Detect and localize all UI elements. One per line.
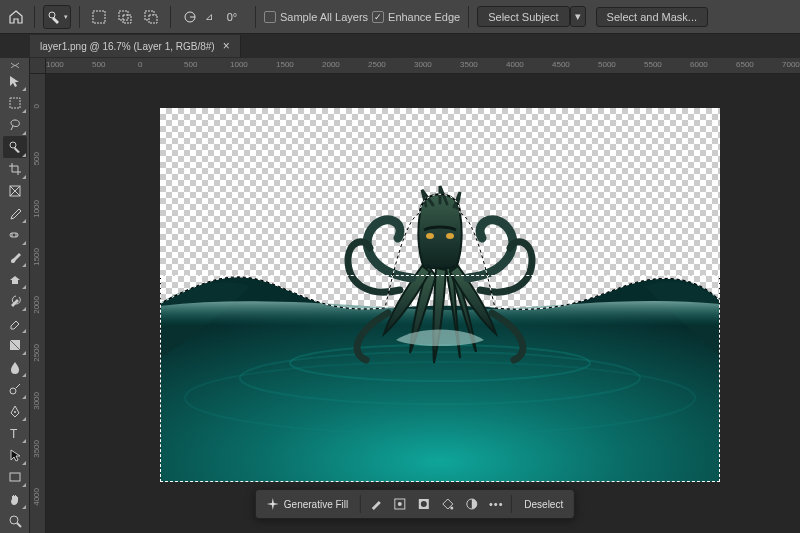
select-and-mask-button[interactable]: Select and Mask... [596,7,709,27]
svg-rect-1 [93,11,105,23]
frame-tool[interactable] [3,180,27,202]
svg-point-18 [10,388,16,394]
move-tool[interactable] [3,70,27,92]
add-to-selection-icon[interactable] [114,6,136,28]
type-tool[interactable]: T [3,422,27,444]
ruler-tick: 6500 [736,60,754,69]
blur-tool[interactable] [3,356,27,378]
brush-angle-field[interactable]: ⊿ [205,11,247,23]
svg-point-31 [398,502,402,506]
adjustment-icon[interactable] [389,493,411,515]
brush-angle-icon[interactable] [179,6,201,28]
svg-text:T: T [10,427,18,440]
select-subject-dropdown[interactable]: ▾ [570,6,586,27]
ruler-tick: 0 [32,104,41,108]
divider [34,6,35,28]
dodge-tool[interactable] [3,378,27,400]
divider [255,6,256,28]
invert-icon[interactable] [461,493,483,515]
tool-preset-picker[interactable]: ▾ [43,5,71,29]
close-icon[interactable]: × [223,39,230,53]
hand-tool[interactable] [3,488,27,510]
divider [79,6,80,28]
divider [360,495,361,513]
clone-stamp-tool[interactable] [3,268,27,290]
svg-point-28 [426,233,434,239]
more-icon[interactable]: ••• [485,493,507,515]
horizontal-ruler[interactable]: 1000500050010001500200025003000350040004… [46,58,800,74]
document-canvas[interactable] [160,108,720,482]
eraser-tool[interactable] [3,312,27,334]
svg-point-23 [10,516,18,524]
new-selection-icon[interactable] [88,6,110,28]
svg-line-24 [17,523,21,527]
divider [170,6,171,28]
ruler-tick: 5500 [644,60,662,69]
eyedropper-tool[interactable] [3,202,27,224]
divider [468,6,469,28]
select-subject-button[interactable]: Select Subject [477,6,569,27]
ruler-tick: 6000 [690,60,708,69]
canvas-area: 1000500050010001500200025003000350040004… [30,58,800,533]
sample-all-layers-checkbox[interactable]: Sample All Layers [264,11,368,23]
ruler-tick: 4500 [552,60,570,69]
brush-icon[interactable] [365,493,387,515]
brush-tool[interactable] [3,246,27,268]
vertical-ruler[interactable]: 05001000150020002500300035004000 [30,74,46,533]
ruler-tick: 500 [92,60,105,69]
ruler-tick: 1000 [32,200,41,218]
generative-fill-button[interactable]: Generative Fill [259,493,356,515]
rectangular-marquee-tool[interactable] [3,92,27,114]
deselect-button[interactable]: Deselect [516,494,571,515]
svg-point-29 [446,233,454,239]
svg-point-33 [421,501,427,507]
history-brush-tool[interactable] [3,290,27,312]
lasso-tool[interactable] [3,114,27,136]
ruler-tick: 7000 [782,60,800,69]
svg-rect-5 [149,15,157,23]
toolbar-collapse-icon[interactable] [0,62,29,68]
ruler-origin[interactable] [30,58,46,74]
svg-rect-8 [10,98,20,108]
angle-input[interactable] [217,11,247,23]
sample-all-layers-label: Sample All Layers [280,11,368,23]
options-bar: ▾ ⊿ Sample All Layers Enhance Edge Selec… [0,0,800,34]
zoom-tool[interactable] [3,510,27,532]
ruler-tick: 5000 [598,60,616,69]
path-selection-tool[interactable] [3,444,27,466]
ruler-tick: 3000 [32,392,41,410]
ruler-tick: 2000 [32,296,41,314]
enhance-edge-checkbox[interactable]: Enhance Edge [372,11,460,23]
svg-rect-3 [123,15,131,23]
crop-tool[interactable] [3,158,27,180]
tools-panel: T ⋯ [0,58,30,533]
spot-healing-tool[interactable] [3,224,27,246]
rectangle-tool[interactable] [3,466,27,488]
ruler-tick: 500 [32,152,41,165]
ruler-tick: 1500 [276,60,294,69]
contextual-task-bar: Generative Fill ••• Deselect [255,489,575,519]
document-tab-bar: layer1.png @ 16.7% (Layer 1, RGB/8#) × [0,34,800,58]
pen-tool[interactable] [3,400,27,422]
ruler-tick: 2500 [368,60,386,69]
mask-icon[interactable] [413,493,435,515]
checkbox-icon [264,11,276,23]
ruler-tick: 3500 [460,60,478,69]
subtract-from-selection-icon[interactable] [140,6,162,28]
fill-icon[interactable] [437,493,459,515]
ruler-tick: 0 [138,60,142,69]
gradient-tool[interactable] [3,334,27,356]
ruler-tick: 4000 [506,60,524,69]
ruler-tick: 2000 [322,60,340,69]
checkbox-icon [372,11,384,23]
image-content [160,108,720,482]
home-button[interactable] [6,7,26,27]
enhance-edge-label: Enhance Edge [388,11,460,23]
ruler-tick: 500 [184,60,197,69]
svg-point-20 [14,411,16,413]
ruler-tick: 1500 [32,248,41,266]
svg-point-34 [451,507,454,510]
document-tab[interactable]: layer1.png @ 16.7% (Layer 1, RGB/8#) × [30,35,241,57]
quick-selection-tool[interactable] [3,136,27,158]
document-tab-title: layer1.png @ 16.7% (Layer 1, RGB/8#) [40,41,215,52]
